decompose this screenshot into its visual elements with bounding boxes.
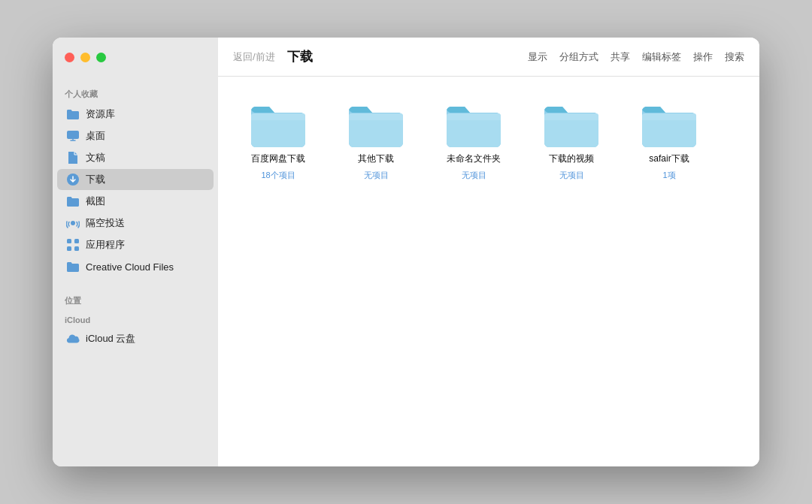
folder-name: 百度网盘下载 [251, 153, 305, 165]
sidebar-item-applications-label: 应用程序 [86, 238, 125, 252]
finder-window: 个人收藏 资源库 桌面 [53, 38, 759, 466]
svg-rect-4 [74, 239, 79, 243]
folder-item-unnamed[interactable]: 未命名文件夹 无项目 [436, 99, 511, 181]
sidebar-item-desktop[interactable]: 桌面 [57, 125, 214, 146]
sidebar-item-documents-label: 文稿 [86, 151, 105, 164]
toolbar-action-more[interactable]: 操作 [693, 50, 713, 64]
sidebar-item-downloads[interactable]: 下载 [57, 169, 214, 190]
sidebar-item-library[interactable]: 资源库 [57, 104, 214, 125]
creative-cloud-icon [66, 260, 80, 273]
svg-point-2 [71, 221, 75, 225]
icloud-section-label: iCloud [53, 309, 218, 327]
toolbar-action-display[interactable]: 显示 [528, 50, 547, 64]
locations-label: 位置 [53, 289, 218, 309]
svg-rect-6 [74, 246, 79, 251]
sidebar-item-desktop-label: 桌面 [86, 129, 105, 143]
sidebar-item-airdrop[interactable]: 隔空投送 [57, 213, 214, 234]
sidebar-item-screenshots[interactable]: 截图 [57, 191, 214, 212]
airdrop-icon [66, 216, 80, 230]
folder-icon [248, 99, 308, 149]
folder-item-safari[interactable]: safair下载 1项 [632, 99, 707, 181]
folder-item-baidu[interactable]: 百度网盘下载 18个项目 [241, 99, 316, 181]
svg-rect-5 [67, 246, 71, 251]
sidebar-content: 个人收藏 资源库 桌面 [53, 77, 218, 466]
sidebar-item-creative-cloud[interactable]: Creative Cloud Files [57, 256, 214, 277]
sidebar-item-downloads-label: 下载 [86, 173, 105, 186]
folder-count: 18个项目 [261, 170, 295, 181]
toolbar-nav[interactable]: 返回/前进 [233, 50, 275, 64]
icloud-icon [66, 332, 80, 346]
apps-icon [66, 238, 80, 252]
doc-icon [66, 151, 80, 164]
folder-count: 无项目 [462, 170, 486, 181]
sidebar-item-documents[interactable]: 文稿 [57, 147, 214, 168]
folder-name: 下载的视频 [549, 153, 594, 165]
sidebar: 个人收藏 资源库 桌面 [53, 38, 218, 466]
folder-icon [639, 99, 699, 149]
svg-rect-3 [67, 239, 71, 243]
folder-icon [66, 107, 80, 121]
svg-rect-0 [67, 131, 79, 139]
folder-count: 无项目 [364, 170, 389, 181]
toolbar-action-tags[interactable]: 编辑标签 [642, 50, 681, 64]
folder-icon [541, 99, 601, 149]
folder-name: 未命名文件夹 [447, 153, 501, 165]
folder-count: 1项 [662, 170, 675, 181]
sidebar-item-icloud-drive-label: iCloud 云盘 [86, 332, 135, 346]
folder-icon [444, 99, 504, 149]
folder-item-videos[interactable]: 下载的视频 无项目 [534, 99, 609, 181]
folder-name: safair下载 [649, 153, 689, 165]
folder-item-other[interactable]: 其他下载 无项目 [338, 99, 414, 181]
sidebar-item-icloud-drive[interactable]: iCloud 云盘 [57, 328, 214, 349]
close-button[interactable] [65, 53, 74, 62]
minimize-button[interactable] [80, 53, 90, 62]
folder-icon [346, 99, 406, 149]
content-area: 百度网盘下载 18个项目 其他下载 无项目 [218, 77, 759, 466]
sidebar-item-library-label: 资源库 [86, 107, 115, 121]
download-icon [66, 173, 80, 186]
main-content: 返回/前进 下载 显示 分组方式 共享 编辑标签 操作 搜索 百度网盘 [218, 38, 759, 466]
sidebar-item-applications[interactable]: 应用程序 [57, 234, 214, 255]
toolbar-action-share[interactable]: 共享 [611, 50, 630, 64]
screenshot-icon [66, 195, 80, 208]
toolbar-action-group[interactable]: 分组方式 [559, 50, 598, 64]
toolbar: 返回/前进 下载 显示 分组方式 共享 编辑标签 操作 搜索 [218, 38, 759, 77]
titlebar [53, 38, 218, 77]
toolbar-action-search[interactable]: 搜索 [725, 50, 744, 64]
sidebar-item-screenshots-label: 截图 [86, 195, 105, 208]
sidebar-item-airdrop-label: 隔空投送 [86, 216, 125, 230]
toolbar-title: 下载 [287, 48, 313, 65]
folder-count: 无项目 [559, 170, 584, 181]
monitor-icon [66, 129, 80, 143]
sidebar-item-creative-cloud-label: Creative Cloud Files [86, 261, 174, 273]
maximize-button[interactable] [96, 53, 106, 62]
folder-name: 其他下载 [358, 153, 394, 165]
favorites-label: 个人收藏 [53, 83, 218, 103]
